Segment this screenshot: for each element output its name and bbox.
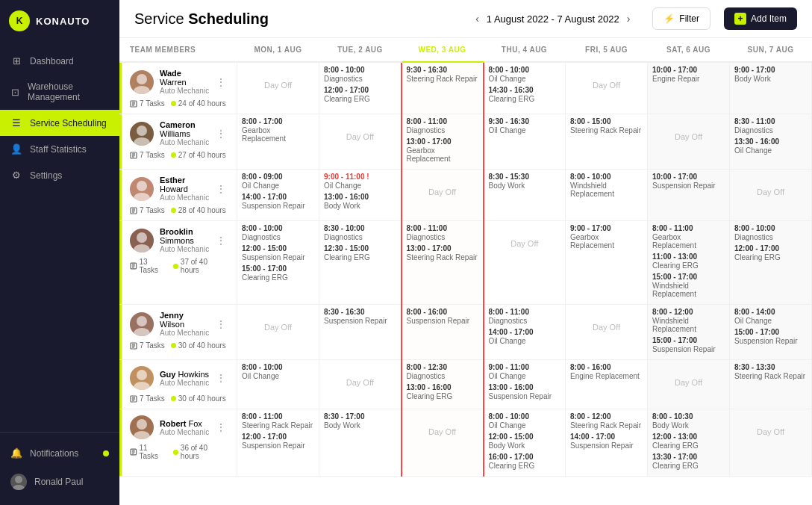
svg-point-26 xyxy=(137,316,147,326)
task-name: Oil Change xyxy=(489,337,561,345)
member-info: Brooklin Simmons Auto Mechanic ⋮ xyxy=(130,227,226,253)
task-time: 8:00 - 10:00 xyxy=(734,224,807,232)
member-menu-button[interactable]: ⋮ xyxy=(216,184,226,194)
member-menu-button[interactable]: ⋮ xyxy=(216,128,226,139)
sched-cell-tue: 8:30 - 16:30 Suspension Repair xyxy=(319,305,402,360)
task-name: Diagnostics xyxy=(734,126,807,134)
task-time: 8:00 - 11:00 xyxy=(407,224,478,232)
sched-cell-mon: 8:00 - 11:00 Steering Rack Repair 12:00 … xyxy=(237,409,319,477)
title-bold: Scheduling xyxy=(188,10,269,27)
member-info: Cameron Williams Auto Mechanic ⋮ xyxy=(130,120,226,146)
add-item-button[interactable]: + Add Item xyxy=(724,7,797,30)
sidebar-item-dashboard[interactable]: ⊞ Dashboard xyxy=(0,48,119,74)
sidebar-item-staff[interactable]: 👤 Staff Statistics xyxy=(0,136,119,162)
task-block: 15:00 - 17:00 Suspension Repair xyxy=(734,328,807,345)
task-block: 12:00 - 15:00 Body Work xyxy=(489,433,561,450)
task-block: 8:00 - 10:00 Oil Change xyxy=(242,363,314,380)
logo-icon: K xyxy=(9,10,30,31)
task-name: Gearbox Replacement xyxy=(570,233,643,250)
table-row: Wade Warren Auto Mechanic ⋮ 7 Tasks 24 o… xyxy=(119,62,812,114)
task-time: 8:00 - 10:00 xyxy=(324,66,396,74)
task-count: 7 Tasks xyxy=(130,99,165,108)
task-time: 8:00 - 16:00 xyxy=(407,308,478,316)
table-row: Robert Fox Auto Mechanic ⋮ 11 Tasks 36 o… xyxy=(119,409,812,477)
table-row: Guy Howkins Auto Mechanic ⋮ 7 Tasks 30 o… xyxy=(119,360,812,409)
sidebar-item-label: Settings xyxy=(30,170,62,181)
schedule-table: TEAM MEMBERS MON, 1 AUG TUE, 2 AUG WED, … xyxy=(119,38,812,477)
task-name: Suspension Repair xyxy=(652,345,725,353)
task-time: 15:00 - 17:00 xyxy=(242,264,314,273)
task-time: 13:00 - 16:00 xyxy=(489,383,561,391)
next-week-button[interactable]: › xyxy=(624,10,634,28)
member-stats: 13 Tasks 37 of 40 hours xyxy=(130,258,226,274)
task-block: 8:00 - 11:00 Diagnostics xyxy=(407,117,478,134)
sched-cell-fri: 8:00 - 10:00 Windshield Replacement xyxy=(566,170,648,221)
member-info: Robert Fox Auto Mechanic ⋮ xyxy=(130,415,226,439)
member-menu-button[interactable]: ⋮ xyxy=(216,422,226,433)
task-name: Clearing ERG xyxy=(324,95,396,103)
task-name: Body Work xyxy=(489,182,561,190)
task-name: Suspension Repair xyxy=(242,202,314,210)
task-name: Body Work xyxy=(324,421,396,430)
task-time: 9:30 - 16:30 xyxy=(489,117,561,126)
sidebar-bottom: 🔔 Notifications Ronald Paul xyxy=(0,432,119,505)
sidebar-item-user[interactable]: Ronald Paul xyxy=(0,466,119,498)
task-time: 9:00 - 11:00 ! xyxy=(324,173,396,181)
task-count: 7 Tasks xyxy=(130,206,165,214)
table-row: Cameron Williams Auto Mechanic ⋮ 7 Tasks… xyxy=(119,114,812,170)
member-menu-button[interactable]: ⋮ xyxy=(216,319,226,329)
sched-cell-tue: 9:00 - 11:00 ! Oil Change 13:00 - 16:00 … xyxy=(319,170,402,221)
task-time: 8:00 - 10:00 xyxy=(570,173,643,181)
task-time: 8:30 - 13:30 xyxy=(734,363,807,371)
task-block: 8:00 - 11:00 Steering Rack Repair xyxy=(242,412,314,430)
task-block: 12:00 - 17:00 Clearing ERG xyxy=(324,86,396,103)
member-role: Auto Mechanic xyxy=(160,87,210,95)
member-avatar xyxy=(130,415,154,439)
task-block: 13:00 - 16:00 Body Work xyxy=(324,193,396,210)
task-time: 8:00 - 10:00 xyxy=(489,66,561,74)
sidebar-item-notifications[interactable]: 🔔 Notifications xyxy=(0,440,119,466)
task-time: 9:00 - 17:00 xyxy=(570,224,643,232)
sched-cell-sat: 8:00 - 10:30 Body Work 12:00 - 13:00 Cle… xyxy=(648,409,730,477)
task-time: 12:00 - 17:00 xyxy=(324,86,396,94)
sched-cell-tue: Day Off xyxy=(319,360,402,409)
task-name: Clearing ERG xyxy=(324,253,396,261)
task-time: 8:00 - 15:00 xyxy=(570,117,643,126)
task-name: Clearing ERG xyxy=(734,253,807,261)
title-light: Service xyxy=(134,10,184,27)
sched-cell-thu: 8:30 - 15:30 Body Work xyxy=(484,170,566,221)
task-name: Suspension Repair xyxy=(489,392,561,400)
sched-cell-sat: Day Off xyxy=(648,360,730,409)
sidebar-item-warehouse[interactable]: ⊡ Warehouse Management xyxy=(0,74,119,110)
task-time: 8:00 - 10:30 xyxy=(652,412,725,421)
member-menu-button[interactable]: ⋮ xyxy=(216,373,226,383)
sidebar-item-settings[interactable]: ⚙ Settings xyxy=(0,162,119,188)
member-avatar xyxy=(130,229,154,252)
task-name: Oil Change xyxy=(734,146,807,155)
member-menu-button[interactable]: ⋮ xyxy=(216,235,226,246)
sidebar-item-label: Warehouse Management xyxy=(28,81,109,102)
warehouse-icon: ⊡ xyxy=(10,87,20,98)
sched-cell-fri: 9:00 - 17:00 Gearbox Replacement xyxy=(566,221,648,305)
member-cell: Esther Howard Auto Mechanic ⋮ 7 Tasks 28… xyxy=(119,170,237,221)
task-time: 8:30 - 10:00 xyxy=(324,224,396,232)
member-avatar xyxy=(130,366,154,390)
prev-week-button[interactable]: ‹ xyxy=(472,10,482,28)
task-name: Clearing ERG xyxy=(242,273,314,282)
task-block: 12:00 - 15:00 Suspension Repair xyxy=(242,244,314,261)
schedule-container[interactable]: TEAM MEMBERS MON, 1 AUG TUE, 2 AUG WED, … xyxy=(119,38,812,505)
task-count: 7 Tasks xyxy=(130,151,165,159)
member-stats: 7 Tasks 27 of 40 hours xyxy=(130,151,226,159)
sidebar-item-service[interactable]: ☰ Service Scheduling xyxy=(0,110,119,136)
task-count: 11 Tasks xyxy=(130,444,167,460)
filter-button[interactable]: ⚡ Filter xyxy=(652,7,710,30)
svg-point-0 xyxy=(15,476,22,483)
task-count: 7 Tasks xyxy=(130,341,165,350)
member-menu-button[interactable]: ⋮ xyxy=(216,77,226,87)
member-info: Wade Warren Auto Mechanic ⋮ xyxy=(130,69,226,95)
task-name: Gearbox Replacement xyxy=(652,233,725,250)
col-header-sun: SUN, 7 AUG xyxy=(730,38,812,62)
task-name: Suspension Repair xyxy=(652,182,725,190)
task-block: 8:00 - 10:00 Diagnostics xyxy=(242,224,314,241)
task-time: 13:00 - 16:00 xyxy=(407,383,478,391)
